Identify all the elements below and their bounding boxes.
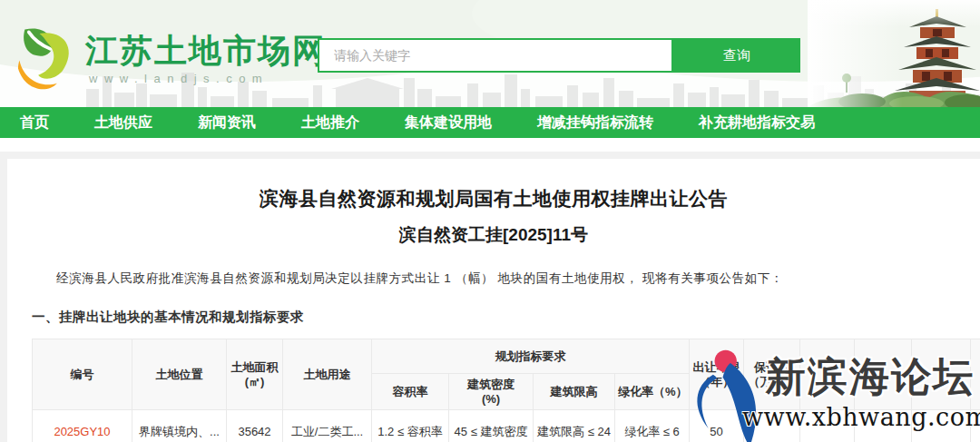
- nav-item-0[interactable]: 首页: [20, 113, 49, 133]
- col-group-planning: 规划指标要求: [372, 339, 690, 374]
- col-header-deposit: 保证金 （万元）: [744, 339, 800, 410]
- col-header-far: 容积率: [372, 374, 449, 410]
- col-header-hidden-2: [855, 339, 912, 410]
- page: 江苏土地市场网 www.landjs.com 查询 首页土地供应新闻资讯土地推介…: [0, 0, 980, 442]
- intro-paragraph: 经滨海县人民政府批准滨海县自然资源和规划局决定以挂牌方式出让 1 （幅） 地块的…: [32, 270, 953, 288]
- land-parcel-table: 编号 土地位置 土地面积 (㎡) 土地用途 规划指标要求 出让年限 （年） 保证…: [32, 339, 980, 442]
- parcel-hidden-3: [912, 410, 971, 442]
- parcel-height: 建筑限高 ≤ 24: [534, 410, 615, 442]
- parcel-term: 50: [690, 410, 744, 442]
- content-panel: 滨海县自然资源和规划局国有土地使用权挂牌出让公告 滨自然资工挂[2025]11号…: [7, 159, 980, 442]
- parcel-density: 45 ≤ 建筑密度: [449, 410, 534, 442]
- col-header-density: 建筑密度 (%): [449, 374, 534, 410]
- col-header-hidden-3: [912, 339, 971, 410]
- col-header-term: 出让年限 （年）: [690, 339, 744, 410]
- col-header-green: 绿化率（%）: [615, 374, 690, 410]
- search-bar: 查询: [318, 38, 800, 73]
- col-header-height: 建筑限高: [534, 374, 615, 410]
- col-header-hidden-1: [800, 339, 855, 410]
- parcel-code[interactable]: 2025GY10: [33, 410, 132, 442]
- site-url: www.landjs.com: [85, 72, 327, 85]
- nav-item-5[interactable]: 增减挂钩指标流转: [537, 113, 653, 133]
- parcel-use: 工业/二类工...: [283, 410, 372, 442]
- brand[interactable]: 江苏土地市场网 www.landjs.com: [13, 25, 327, 93]
- col-header-hidden-4: [971, 339, 980, 410]
- section-1-title: 一、挂牌出让地块的基本情况和规划指标要求: [32, 309, 956, 326]
- document-number: 滨自然资工挂[2025]11号: [16, 223, 971, 247]
- site-header: 江苏土地市场网 www.landjs.com 查询: [0, 0, 980, 107]
- nav-item-6[interactable]: 补充耕地指标交易: [699, 113, 815, 133]
- search-button[interactable]: 查询: [673, 38, 800, 73]
- parcel-deposit: [744, 410, 800, 442]
- search-input[interactable]: [318, 38, 673, 73]
- parcel-green: 绿化率 ≤ 6: [615, 410, 690, 442]
- pagoda-photo: [808, 0, 980, 107]
- parcel-hidden-1: [800, 410, 855, 442]
- site-title: 江苏土地市场网: [85, 33, 327, 69]
- parcel-location: 界牌镇境内、...: [132, 410, 227, 442]
- table-row: 2025GY10 界牌镇境内、... 35642 工业/二类工... 1.2 ≤…: [33, 410, 980, 442]
- nav-item-2[interactable]: 新闻资讯: [198, 113, 256, 133]
- parcel-area: 35642: [227, 410, 283, 442]
- parcel-far: 1.2 ≤ 容积率: [372, 410, 449, 442]
- col-header-location: 土地位置: [132, 339, 227, 410]
- nav-item-4[interactable]: 集体建设用地: [405, 113, 492, 133]
- parcel-hidden-4: [971, 410, 980, 442]
- col-header-use: 土地用途: [283, 339, 372, 410]
- parcel-hidden-2: [855, 410, 912, 442]
- nav-item-1[interactable]: 土地供应: [94, 113, 152, 133]
- main-nav: 首页土地供应新闻资讯土地推介集体建设用地增减挂钩指标流转补充耕地指标交易: [0, 107, 980, 138]
- site-logo-icon: [13, 25, 80, 93]
- announcement-title: 滨海县自然资源和规划局国有土地使用权挂牌出让公告: [16, 186, 971, 211]
- col-header-no: 编号: [33, 339, 132, 410]
- nav-item-3[interactable]: 土地推介: [301, 113, 359, 133]
- col-header-area: 土地面积 (㎡): [227, 339, 283, 410]
